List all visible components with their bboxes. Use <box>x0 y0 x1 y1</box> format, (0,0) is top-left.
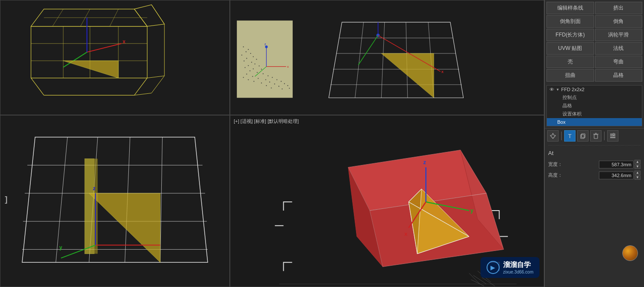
watermark-logo: ▶ <box>487 261 500 274</box>
edit-modifier-button[interactable]: T <box>564 130 575 142</box>
svg-line-123 <box>422 189 469 236</box>
svg-marker-113 <box>348 150 486 211</box>
viewport-top-left[interactable]: x <box>0 0 230 115</box>
svg-line-92 <box>89 137 98 263</box>
svg-point-29 <box>248 49 249 50</box>
svg-marker-1 <box>31 9 147 26</box>
svg-point-32 <box>241 55 242 56</box>
svg-rect-137 <box>581 135 584 139</box>
svg-text:x: x <box>123 39 126 45</box>
svg-text:z: z <box>265 42 266 46</box>
svg-marker-90 <box>22 137 208 263</box>
svg-line-10 <box>134 93 152 95</box>
svg-point-55 <box>276 79 277 80</box>
svg-point-44 <box>249 70 250 71</box>
modifier-btn-shell[interactable]: 壳 <box>546 56 594 68</box>
svg-marker-83 <box>381 53 434 98</box>
svg-rect-144 <box>610 137 615 138</box>
modifier-btn-twist[interactable]: 扭曲 <box>546 69 594 82</box>
modifier-btn-normal[interactable]: 法线 <box>595 42 643 55</box>
svg-point-31 <box>250 53 251 54</box>
stack-item-set-volume[interactable]: 设置体积 <box>547 110 642 118</box>
svg-line-120 <box>409 202 417 254</box>
svg-line-94 <box>160 137 162 263</box>
svg-line-4 <box>134 78 147 96</box>
height-spinner: ▲ ▼ <box>634 171 641 180</box>
props-divider <box>548 145 641 145</box>
visibility-icon[interactable]: 👁 <box>549 87 554 92</box>
at-label: At <box>548 150 553 156</box>
svg-point-36 <box>244 60 245 61</box>
height-up[interactable]: ▲ <box>634 171 641 175</box>
svg-point-56 <box>253 81 254 82</box>
ffd-label[interactable]: FFD 2x2x2 <box>561 87 585 92</box>
svg-marker-2 <box>31 26 147 78</box>
svg-text:x: x <box>287 65 289 69</box>
modifier-btn-edit-spline[interactable]: 编辑样条线 <box>546 2 594 14</box>
expand-icon[interactable]: ▼ <box>556 88 559 92</box>
modifier-btn-ffd[interactable]: FFD(长方体) <box>546 29 594 41</box>
svg-point-49 <box>252 76 253 77</box>
height-value-group: ▲ ▼ <box>599 171 641 180</box>
pin-button[interactable] <box>547 130 559 142</box>
width-down[interactable]: ▼ <box>634 165 641 169</box>
copy-modifier-button[interactable] <box>577 130 588 142</box>
right-panel: 编辑样条线 挤出 倒角剖面 倒角 FFD(长方体) 涡轮平滑 UVW 贴图 法线… <box>544 0 644 287</box>
svg-line-77 <box>406 22 408 98</box>
svg-line-106 <box>61 245 96 258</box>
svg-rect-143 <box>610 135 615 136</box>
svg-point-30 <box>245 51 246 52</box>
svg-line-18 <box>81 9 90 26</box>
svg-line-129 <box>409 202 426 228</box>
svg-rect-100 <box>94 158 98 254</box>
modifier-btn-chamfer-surface[interactable]: 倒角剖面 <box>546 15 594 28</box>
modifier-btn-turbosmooth[interactable]: 涡轮平滑 <box>595 29 643 41</box>
toolbar-divider <box>561 132 562 140</box>
config-button[interactable] <box>607 130 618 142</box>
modifier-btn-uvw[interactable]: UVW 贴图 <box>546 42 594 55</box>
svg-line-93 <box>125 137 130 263</box>
properties-section: At 宽度： ▲ ▼ 高度： ▲ <box>545 147 644 183</box>
viewport-top-center[interactable]: x z <box>230 0 544 115</box>
svg-marker-74 <box>329 22 463 98</box>
color-area <box>545 183 644 287</box>
modifier-btn-lattice[interactable]: 晶格 <box>595 69 643 82</box>
svg-point-48 <box>268 75 268 76</box>
delete-modifier-button[interactable] <box>590 130 602 142</box>
svg-text:]: ] <box>5 195 7 204</box>
svg-line-86 <box>378 35 441 71</box>
stack-item-control-points[interactable]: 控制点 <box>547 93 642 102</box>
width-value-group: ▲ ▼ <box>599 160 641 169</box>
svg-marker-118 <box>417 189 469 254</box>
svg-line-7 <box>151 5 164 24</box>
svg-text:y: y <box>471 207 474 214</box>
viewport-bottom-right[interactable]: [+] [适视] [标准] [默认明暗处理] <box>230 115 544 287</box>
svg-text:y: y <box>59 244 62 251</box>
svg-rect-89 <box>0 115 229 287</box>
svg-line-24 <box>63 52 87 67</box>
modifier-btn-bend[interactable]: 弯曲 <box>595 56 643 68</box>
modifier-btn-chamfer[interactable]: 倒角 <box>595 15 643 28</box>
svg-point-35 <box>256 59 257 60</box>
color-sphere[interactable] <box>622 245 638 261</box>
viewport-bottom-left[interactable]: y z ] <box>0 115 230 287</box>
svg-rect-0 <box>1 0 229 115</box>
svg-point-33 <box>253 56 254 57</box>
width-row: 宽度： ▲ ▼ <box>548 160 641 169</box>
stack-item-lattice[interactable]: 晶格 <box>547 102 642 110</box>
svg-point-40 <box>258 66 259 66</box>
svg-line-76 <box>381 22 385 98</box>
svg-point-85 <box>376 34 380 37</box>
width-input[interactable] <box>599 161 634 168</box>
svg-point-61 <box>284 83 285 84</box>
modifier-btn-extrude[interactable]: 挤出 <box>595 2 643 14</box>
stack-item-box[interactable]: Box <box>547 118 642 126</box>
stack-ffd-row: 👁 ▼ FFD 2x2x2 <box>547 86 642 93</box>
height-down[interactable]: ▼ <box>634 175 641 180</box>
svg-line-17 <box>52 9 63 26</box>
svg-marker-6 <box>134 5 164 26</box>
width-up[interactable]: ▲ <box>634 160 641 164</box>
height-input[interactable] <box>599 172 634 179</box>
svg-marker-116 <box>409 189 469 236</box>
watermark-url: zixue.3d66.com <box>503 270 533 274</box>
